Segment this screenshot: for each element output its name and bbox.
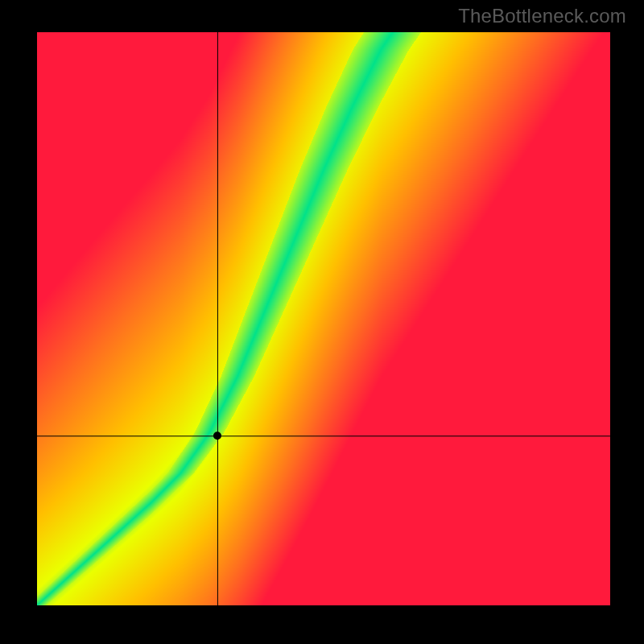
heatmap-canvas (37, 32, 610, 605)
watermark-text: TheBottleneck.com (458, 5, 626, 27)
chart-frame: TheBottleneck.com (0, 0, 644, 644)
heatmap-plot (37, 32, 610, 605)
